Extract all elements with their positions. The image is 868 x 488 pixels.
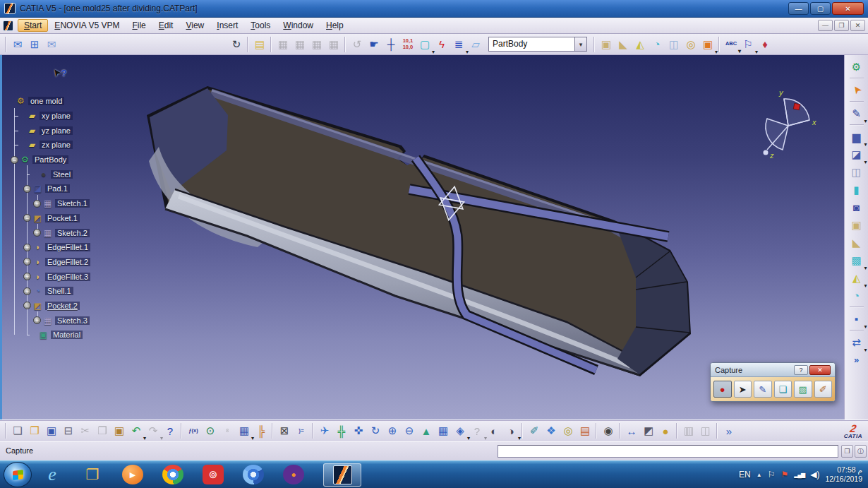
redo-icon[interactable]: ↷	[145, 422, 162, 439]
pan-icon[interactable]: ✜	[350, 422, 367, 439]
taskbar-clock[interactable]: 07:58 م 12/16/2019	[825, 465, 862, 484]
tree-item-sketch1[interactable]: + ▦ Sketch.1	[4, 196, 155, 211]
tree-item-steel[interactable]: ● Steel	[4, 167, 155, 181]
tree-expander[interactable]: +	[23, 273, 31, 280]
edge-fillet-icon[interactable]: ▣	[598, 36, 615, 53]
shell-icon[interactable]: ◔	[649, 36, 665, 53]
save-icon[interactable]: ▣	[43, 422, 60, 439]
tree-item-label[interactable]: Pad.1	[45, 184, 70, 193]
tree-item-xy-plane[interactable]: ▰ xy plane	[4, 109, 155, 124]
taskbar-chrome[interactable]	[162, 465, 183, 484]
menu-enovia[interactable]: ENOVIA V5 VPM	[48, 19, 126, 32]
3d-viewport[interactable]: ⚙ one mold ▰ xy plane ▰ yz plane ▰ zx pl…	[0, 55, 844, 419]
tree-item-label[interactable]: one mold	[28, 97, 64, 105]
tree-item-edgefillet2[interactable]: + ◗ EdgeFillet.2	[4, 255, 155, 270]
tree-item-material[interactable]: ▣ Material	[4, 328, 155, 343]
enovia-tool-icon-2[interactable]: ▦	[291, 36, 308, 53]
whats-this-icon[interactable]: ?	[162, 422, 179, 439]
undo-icon[interactable]: ↶	[128, 422, 145, 439]
power-input-toggle-button[interactable]: ❐	[841, 445, 853, 458]
mdi-close-button[interactable]: ✕	[850, 20, 865, 31]
render-style-alt-icon[interactable]: ◑	[502, 422, 519, 439]
taskbar-chromium[interactable]	[243, 465, 264, 484]
taskbar-wmp[interactable]: ▶	[122, 465, 143, 484]
camera-icon[interactable]: ◉	[600, 422, 617, 439]
menu-view[interactable]: View	[179, 19, 210, 32]
menu-window[interactable]: Window	[277, 19, 320, 32]
partbody-combo[interactable]: PartBody ▾	[488, 37, 587, 52]
tree-expander[interactable]: +	[33, 200, 41, 208]
fly-mode-icon[interactable]: ✈	[316, 422, 333, 439]
tree-item-pad1[interactable]: − ◪ Pad.1	[4, 181, 155, 196]
tree-item-zx-plane[interactable]: ▰ zx plane	[4, 138, 155, 153]
multi-view-icon[interactable]: ▦	[435, 422, 452, 439]
render-style-icon[interactable]: ◐	[486, 422, 502, 439]
point-icon[interactable]: ▪	[848, 310, 866, 328]
more-tools-chevron[interactable]: »	[848, 351, 866, 369]
comment-icon[interactable]: ⊙	[202, 422, 219, 439]
tree-item-sketch2[interactable]: + ▦ Sketch.2	[4, 225, 155, 240]
tree-item-label[interactable]: yz plane	[40, 126, 73, 135]
paste-icon[interactable]: ▣	[111, 422, 128, 439]
boolean-icon[interactable]: ▩	[848, 251, 866, 269]
tree-item-label[interactable]: xy plane	[40, 112, 73, 120]
drafting-icon-2[interactable]: ◫	[697, 422, 714, 439]
capture-select-button[interactable]: ➤	[734, 381, 752, 398]
catalog-icon[interactable]: 8	[219, 422, 236, 439]
tree-expander[interactable]: −	[11, 156, 18, 164]
volume-icon[interactable]: ◀)	[810, 470, 819, 480]
mail-sessions-icon[interactable]: ⊞	[26, 36, 43, 53]
check-list-icon[interactable]: }=	[293, 422, 310, 439]
iso-view-icon[interactable]: ◈	[452, 422, 469, 439]
taskbar-ie[interactable]: e	[42, 465, 63, 484]
lock-icon[interactable]: ⊠	[276, 422, 293, 439]
tree-item-label[interactable]: Material	[51, 331, 83, 339]
tree-item-shell1[interactable]: + ◔ Shell.1	[4, 284, 155, 299]
tree-item-label[interactable]: EdgeFillet.3	[45, 273, 90, 281]
circular-pattern-icon[interactable]: ◎	[682, 36, 699, 53]
tree-item-label[interactable]: Pocket.1	[45, 214, 80, 222]
tree-expander[interactable]: +	[23, 258, 31, 266]
text-leader-icon[interactable]: ABC	[723, 36, 740, 53]
hidden-icons-button[interactable]: ▲	[757, 472, 762, 478]
update-box-icon[interactable]: ↻	[228, 36, 245, 53]
taskbar-secure-browser[interactable]: ●	[283, 465, 304, 484]
tree-item-pocket1[interactable]: − ◩ Pocket.1	[4, 211, 155, 226]
tree-item-label[interactable]: PartBody	[32, 155, 68, 164]
open-file-icon[interactable]: ❐	[26, 422, 43, 439]
sketch-tracer-icon[interactable]: ▢	[416, 36, 433, 53]
shaft-icon[interactable]: ▮	[848, 181, 866, 198]
mirror-icon[interactable]: ◫	[665, 36, 682, 53]
tree-item-one-mold[interactable]: ⚙ one mold	[4, 94, 155, 109]
tree-item-label[interactable]: Steel	[51, 170, 73, 179]
tree-item-label[interactable]: EdgeFillet.2	[45, 258, 90, 266]
action-center-icon[interactable]: ⚐	[768, 470, 776, 480]
maximize-button[interactable]: ▢	[810, 2, 831, 15]
menu-tools[interactable]: Tools	[244, 19, 277, 32]
cut-icon[interactable]: ✂	[77, 422, 94, 439]
tree-item-yz-plane[interactable]: ▰ yz plane	[4, 123, 155, 138]
compass-target-icon[interactable]: ◎	[560, 422, 577, 439]
tree-expander[interactable]: −	[23, 214, 31, 222]
tree-item-partbody[interactable]: − ⚙ PartBody	[4, 153, 155, 167]
tree-item-pocket2[interactable]: − ◩ Pocket.2	[4, 299, 155, 314]
close-button[interactable]: ✕	[832, 2, 864, 15]
view-unknown-icon[interactable]: ?	[469, 422, 486, 439]
antivirus-icon[interactable]: ⚑	[780, 470, 788, 480]
capture-close-button[interactable]: ✕	[809, 365, 831, 375]
mdi-restore-button[interactable]: ❐	[834, 20, 849, 31]
design-table-icon[interactable]: ▦	[236, 422, 253, 439]
layer-filter-icon[interactable]: ▤	[577, 422, 593, 439]
design-table-list-icon[interactable]: ≣	[450, 36, 467, 53]
capture-palette-titlebar[interactable]: Capture ? ✕	[711, 363, 835, 377]
capture-help-button[interactable]: ?	[794, 365, 808, 375]
more-tools-chevron[interactable]: »	[721, 422, 737, 439]
menu-file[interactable]: File	[126, 19, 152, 32]
tree-expander[interactable]: −	[23, 302, 31, 309]
new-file-icon[interactable]: ❏	[9, 422, 26, 439]
tree-expander[interactable]: +	[33, 229, 41, 237]
mail-help-icon[interactable]: ✉	[43, 36, 60, 53]
sketcher-icon[interactable]: ✎	[848, 105, 866, 122]
groove-icon[interactable]: ◫	[848, 163, 866, 181]
tree-item-sketch3[interactable]: + ▦ Sketch.3	[4, 313, 155, 328]
